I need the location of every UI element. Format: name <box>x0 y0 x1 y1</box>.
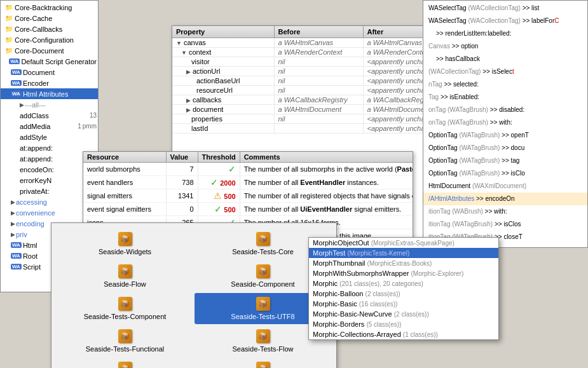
ac-main-text: MorphThumbnail <box>313 259 366 267</box>
code-item[interactable]: itionTag (WABrush) >> with: <box>423 205 587 218</box>
wa-badge: WA <box>11 242 22 248</box>
res-resource: signal emitters <box>83 189 166 203</box>
pkg-item-seaside-tests-component[interactable]: 📦 Seaside-Tests-Component <box>57 293 193 324</box>
package-icon: 📦 <box>256 264 270 278</box>
ac-item-morphic-object-out[interactable]: MorphicObjectOut (MorphicExtras-SqueakPa… <box>309 238 498 248</box>
tree-item-addclass[interactable]: addClass 13 <box>1 110 98 121</box>
ac-item-morph-wrappers[interactable]: MorphWithSubmorphsWrapper (Morphic-Explo… <box>309 268 498 278</box>
tree-item-wa-html-attributes[interactable]: WA Html Attributes <box>1 88 98 99</box>
tree-label: Script <box>23 263 41 271</box>
code-item[interactable]: nTag >> selected: <box>423 78 587 91</box>
prop-name: ▼context <box>172 48 274 57</box>
tree-item-wa-document[interactable]: WA Document <box>1 67 98 78</box>
ac-category-text: (5 class(es)) <box>366 321 401 328</box>
tree-item-all[interactable]: ▶ ---all--- <box>1 99 98 110</box>
tree-item-core-document[interactable]: 📁 Core-Document <box>1 45 98 56</box>
code-item[interactable]: OptionTag (WATagBrush) >> isClo <box>423 167 587 180</box>
tree-item-addmedia[interactable]: addMedia 1 pmm <box>1 121 98 132</box>
code-item[interactable]: >> renderListItem:labelled: <box>423 27 587 40</box>
tree-label: Encoder <box>23 79 49 87</box>
tree-item-core-cache[interactable]: 📁 Core-Cache <box>1 13 98 24</box>
prop-before <box>274 124 363 133</box>
res-row-event-handlers[interactable]: event handlers 738 ✓ 2000 The number of … <box>83 176 413 189</box>
code-item[interactable]: HtmlDocument (WAXmlDocument) <box>423 180 587 193</box>
ac-item-morph-test[interactable]: MorphTest (MorphicTests-Kernel) <box>309 248 498 258</box>
prop-name: visitor <box>172 57 274 67</box>
ac-item-morphic[interactable]: Morphic (201 class(es), 20 categories) <box>309 278 498 289</box>
code-item-encodeon[interactable]: /AHtmlAttributes >> encodeOn <box>423 193 587 205</box>
tree-item-core-configuration[interactable]: 📁 Core-Configuration <box>1 34 98 45</box>
code-item[interactable]: (WACollectionTag) >> isSelect <box>423 65 587 78</box>
ac-category-text: (Morphic-Explorer) <box>411 270 463 277</box>
tree-label: Html <box>23 242 38 249</box>
tree-label: at:append: <box>20 144 53 152</box>
res-row-world-submorphs[interactable]: world submorphs 7 ✓ The number of all su… <box>83 163 413 176</box>
tree-label: privateAt: <box>20 187 49 195</box>
pkg-item-seaside-widgets[interactable]: 📦 Seaside-Widgets <box>57 228 193 259</box>
prop-row-visitor[interactable]: visitor nil <apparently unchanged> <box>172 57 463 67</box>
prop-row-callbacks[interactable]: ▶callbacks a WACallbackRegistry a WACall… <box>172 95 463 105</box>
prop-row-lastid[interactable]: lastId <apparently unchanged> <box>172 124 463 133</box>
ac-item-morphic-balloon[interactable]: Morphic-Balloon (2 class(es)) <box>309 289 498 299</box>
res-row-event-signal-emitters[interactable]: event signal emitters 0 ✓ 500 The number… <box>83 203 413 216</box>
prop-before: a WAHtmlCanvas <box>274 38 363 48</box>
right-code-panel: WASelectTag (WACollectionTag) >> list WA… <box>423 0 588 248</box>
code-item[interactable]: itionTag (WATagBrush) >> isClos <box>423 218 587 231</box>
ac-item-morphic-basic[interactable]: Morphic-Basic (16 class(es)) <box>309 299 498 309</box>
pkg-item-seaside-flow[interactable]: 📦 Seaside-Flow <box>57 261 193 292</box>
prop-row-resourceurl[interactable]: resourceUrl nil <apparently unchanged> <box>172 86 463 95</box>
wa-badge: WA <box>11 69 22 75</box>
prop-before: a WARenderContext <box>274 48 363 57</box>
ac-item-morphic-basic-newcurve[interactable]: Morphic-Basic-NewCurve (2 class(es)) <box>309 309 498 319</box>
tree-item-core-callbacks[interactable]: 📁 Core-Callbacks <box>1 24 98 34</box>
res-threshold: ✓ <box>198 163 240 176</box>
prop-before: a WACallbackRegistry <box>274 95 363 105</box>
prop-before: nil <box>274 67 363 76</box>
pkg-item-seaside-tests-functional[interactable]: 📦 Seaside-Tests-Functional <box>57 325 193 357</box>
tree-label: Root <box>23 252 38 260</box>
prop-row-actionurl[interactable]: ▶actionUrl nil <apparently unchanged> <box>172 67 463 76</box>
res-comment: The number of all UiEventHandler signal … <box>240 203 413 216</box>
pkg-item-seaside-renderloop[interactable]: 📦 Seaside-RenderLoop <box>195 358 331 368</box>
code-item[interactable]: Tag >> isEnabled: <box>423 91 587 104</box>
ac-main-text: MorphWithSubmorphsWrapper <box>313 269 409 277</box>
res-col-comments: Comments <box>240 152 413 163</box>
res-resource: event signal emitters <box>83 203 166 216</box>
prop-row-actionbaseurl[interactable]: actionBaseUrl nil <apparently unchanged> <box>172 76 463 86</box>
code-item[interactable]: onTag (WATagBrush) >> disabled: <box>423 104 587 116</box>
tree-item-core-backtracking[interactable]: 📁 Core-Backtracking <box>1 2 98 13</box>
code-item[interactable]: WASelectTag (WACollectionTag) >> labelFo… <box>423 15 587 27</box>
tree-label: ---all--- <box>25 101 46 109</box>
tree-label: accessing <box>16 198 47 206</box>
code-item[interactable]: OptionTag (WATagBrush) >> docu <box>423 142 587 154</box>
arrow-icon: ▶ <box>11 199 15 205</box>
code-item[interactable]: onTag (WATagBrush) >> with: <box>423 116 587 129</box>
pkg-label: Seaside-Flow <box>104 280 146 288</box>
res-row-signal-emitters[interactable]: signal emitters 1341 ⚠ 500 The number of… <box>83 189 413 203</box>
prop-name: resourceUrl <box>172 86 274 95</box>
code-item[interactable]: OptionTag (WATagBrush) >> tag <box>423 154 587 167</box>
code-item[interactable]: >> hasCallback <box>423 53 587 65</box>
pkg-label: Seaside-Tests-Component <box>84 313 167 320</box>
tree-item-wa-encoder[interactable]: WA Encoder <box>1 78 98 88</box>
code-item[interactable]: OptionTag (WATagBrush) >> openT <box>423 129 587 142</box>
tree-item-addstyle[interactable]: addStyle <box>1 132 98 142</box>
prop-row-canvas[interactable]: ▼canvas a WAHtmlCanvas a WAHtmlCanvas <box>172 38 463 48</box>
ac-item-morphic-collections-arrayed[interactable]: Morphic-Collections-Arrayed (1 class(es)… <box>309 329 498 339</box>
pkg-item-seaside[interactable]: 📦 Seaside <box>57 358 193 368</box>
code-item[interactable]: WASelectTag (WACollectionTag) >> list <box>423 2 587 15</box>
ac-main-text: Morphic-Balloon <box>313 290 363 297</box>
arrow-icon: ▶ <box>11 231 15 238</box>
res-resource: event handlers <box>83 176 166 189</box>
prop-row-properties[interactable]: properties nil <apparently unchanged> <box>172 114 463 124</box>
tree-label: Html Attributes <box>23 90 69 98</box>
tree-item-wa-default[interactable]: WA Default Script Generator <box>1 56 98 67</box>
tree-label: addMedia <box>20 123 50 130</box>
prop-row-context[interactable]: ▼context a WARenderContext a WARenderCon… <box>172 48 463 57</box>
prop-row-document[interactable]: ▶document a WAHtmlDocument a WAHtmlDocum… <box>172 105 463 114</box>
ac-item-morph-thumbnail[interactable]: MorphThumbnail (MorphicExtras-Books) <box>309 258 498 268</box>
wa-badge: WA <box>11 91 22 97</box>
res-value: 738 <box>166 176 198 189</box>
ac-item-morphic-borders[interactable]: Morphic-Borders (5 class(es)) <box>309 319 498 329</box>
code-item[interactable]: Canvas >> option <box>423 40 587 53</box>
